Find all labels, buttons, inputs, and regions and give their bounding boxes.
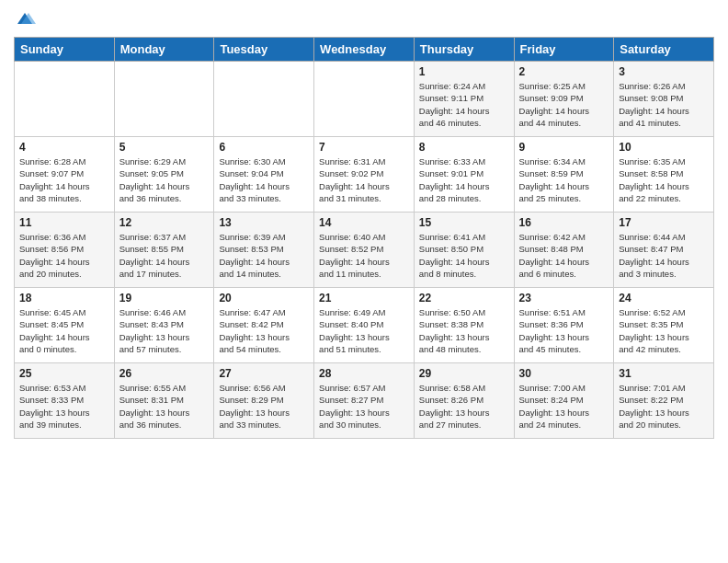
day-info: Sunrise: 6:40 AM Sunset: 8:52 PM Dayligh… [319, 231, 409, 280]
calendar-week-row: 25Sunrise: 6:53 AM Sunset: 8:33 PM Dayli… [15, 363, 714, 439]
day-number: 14 [319, 216, 409, 229]
day-number: 19 [119, 292, 210, 304]
day-info: Sunrise: 6:30 AM Sunset: 9:04 PM Dayligh… [219, 155, 309, 204]
day-number: 13 [219, 216, 309, 229]
day-info: Sunrise: 6:34 AM Sunset: 8:59 PM Dayligh… [519, 155, 609, 204]
calendar-week-row: 11Sunrise: 6:36 AM Sunset: 8:56 PM Dayli… [15, 213, 714, 288]
weekday-header-thursday: Thursday [414, 38, 514, 62]
calendar-cell: 5Sunrise: 6:29 AM Sunset: 9:05 PM Daylig… [114, 137, 214, 213]
calendar-cell [114, 62, 214, 137]
calendar-cell: 2Sunrise: 6:25 AM Sunset: 9:09 PM Daylig… [514, 62, 614, 137]
day-info: Sunrise: 6:31 AM Sunset: 9:02 PM Dayligh… [319, 155, 409, 204]
day-info: Sunrise: 6:55 AM Sunset: 8:31 PM Dayligh… [119, 382, 210, 431]
calendar-cell: 24Sunrise: 6:52 AM Sunset: 8:35 PM Dayli… [614, 288, 714, 363]
day-number: 12 [119, 216, 210, 229]
weekday-header-tuesday: Tuesday [214, 38, 314, 62]
day-number: 5 [119, 141, 210, 154]
day-info: Sunrise: 6:51 AM Sunset: 8:36 PM Dayligh… [519, 306, 609, 355]
day-info: Sunrise: 6:56 AM Sunset: 8:29 PM Dayligh… [219, 382, 309, 431]
calendar-cell: 16Sunrise: 6:42 AM Sunset: 8:48 PM Dayli… [514, 213, 614, 288]
day-info: Sunrise: 6:36 AM Sunset: 8:56 PM Dayligh… [19, 231, 109, 280]
day-number: 25 [19, 367, 109, 380]
day-number: 11 [19, 216, 109, 229]
day-info: Sunrise: 6:42 AM Sunset: 8:48 PM Dayligh… [519, 231, 609, 280]
calendar-cell: 3Sunrise: 6:26 AM Sunset: 9:08 PM Daylig… [614, 62, 714, 137]
calendar-cell: 18Sunrise: 6:45 AM Sunset: 8:45 PM Dayli… [15, 288, 115, 363]
day-info: Sunrise: 6:24 AM Sunset: 9:11 PM Dayligh… [419, 80, 509, 129]
day-info: Sunrise: 6:26 AM Sunset: 9:08 PM Dayligh… [619, 80, 709, 129]
day-info: Sunrise: 6:58 AM Sunset: 8:26 PM Dayligh… [419, 382, 509, 431]
calendar-cell: 14Sunrise: 6:40 AM Sunset: 8:52 PM Dayli… [314, 213, 415, 288]
day-number: 22 [419, 292, 509, 304]
calendar-cell: 25Sunrise: 6:53 AM Sunset: 8:33 PM Dayli… [15, 363, 115, 439]
day-info: Sunrise: 6:45 AM Sunset: 8:45 PM Dayligh… [19, 306, 109, 355]
day-info: Sunrise: 6:50 AM Sunset: 8:38 PM Dayligh… [419, 306, 509, 355]
day-info: Sunrise: 6:49 AM Sunset: 8:40 PM Dayligh… [319, 306, 409, 355]
day-number: 30 [519, 367, 609, 380]
logo-icon [14, 9, 36, 31]
day-number: 3 [619, 65, 709, 78]
calendar-header-row: SundayMondayTuesdayWednesdayThursdayFrid… [15, 38, 714, 62]
logo [14, 9, 40, 31]
day-number: 8 [419, 141, 509, 154]
calendar-cell [214, 62, 314, 137]
day-number: 20 [219, 292, 309, 304]
day-info: Sunrise: 6:39 AM Sunset: 8:53 PM Dayligh… [219, 231, 309, 280]
day-info: Sunrise: 6:47 AM Sunset: 8:42 PM Dayligh… [219, 306, 309, 355]
day-number: 1 [419, 65, 509, 78]
day-info: Sunrise: 7:01 AM Sunset: 8:22 PM Dayligh… [619, 382, 709, 431]
calendar-cell: 8Sunrise: 6:33 AM Sunset: 9:01 PM Daylig… [414, 137, 514, 213]
day-number: 10 [619, 141, 709, 154]
day-number: 17 [619, 216, 709, 229]
day-info: Sunrise: 6:28 AM Sunset: 9:07 PM Dayligh… [19, 155, 109, 204]
calendar-cell: 29Sunrise: 6:58 AM Sunset: 8:26 PM Dayli… [414, 363, 514, 439]
calendar-cell: 20Sunrise: 6:47 AM Sunset: 8:42 PM Dayli… [214, 288, 314, 363]
weekday-header-wednesday: Wednesday [314, 38, 415, 62]
calendar-cell: 21Sunrise: 6:49 AM Sunset: 8:40 PM Dayli… [314, 288, 415, 363]
day-info: Sunrise: 6:44 AM Sunset: 8:47 PM Dayligh… [619, 231, 709, 280]
calendar-cell: 23Sunrise: 6:51 AM Sunset: 8:36 PM Dayli… [514, 288, 614, 363]
calendar-cell: 27Sunrise: 6:56 AM Sunset: 8:29 PM Dayli… [214, 363, 314, 439]
day-number: 6 [219, 141, 309, 154]
day-number: 29 [419, 367, 509, 380]
calendar-cell: 6Sunrise: 6:30 AM Sunset: 9:04 PM Daylig… [214, 137, 314, 213]
header [14, 9, 714, 31]
day-number: 15 [419, 216, 509, 229]
day-number: 9 [519, 141, 609, 154]
calendar-cell: 11Sunrise: 6:36 AM Sunset: 8:56 PM Dayli… [15, 213, 115, 288]
calendar-cell: 17Sunrise: 6:44 AM Sunset: 8:47 PM Dayli… [614, 213, 714, 288]
day-info: Sunrise: 6:52 AM Sunset: 8:35 PM Dayligh… [619, 306, 709, 355]
weekday-header-saturday: Saturday [614, 38, 714, 62]
day-number: 31 [619, 367, 709, 380]
weekday-header-friday: Friday [514, 38, 614, 62]
day-info: Sunrise: 6:37 AM Sunset: 8:55 PM Dayligh… [119, 231, 210, 280]
calendar-week-row: 4Sunrise: 6:28 AM Sunset: 9:07 PM Daylig… [15, 137, 714, 213]
calendar-cell [314, 62, 415, 137]
day-number: 24 [619, 292, 709, 304]
weekday-header-monday: Monday [114, 38, 214, 62]
calendar-cell: 30Sunrise: 7:00 AM Sunset: 8:24 PM Dayli… [514, 363, 614, 439]
day-number: 2 [519, 65, 609, 78]
day-info: Sunrise: 6:35 AM Sunset: 8:58 PM Dayligh… [619, 155, 709, 204]
day-number: 18 [19, 292, 109, 304]
day-number: 21 [319, 292, 409, 304]
calendar-table: SundayMondayTuesdayWednesdayThursdayFrid… [14, 37, 714, 439]
day-number: 27 [219, 367, 309, 380]
calendar-cell: 31Sunrise: 7:01 AM Sunset: 8:22 PM Dayli… [614, 363, 714, 439]
calendar-cell: 9Sunrise: 6:34 AM Sunset: 8:59 PM Daylig… [514, 137, 614, 213]
calendar-cell: 22Sunrise: 6:50 AM Sunset: 8:38 PM Dayli… [414, 288, 514, 363]
day-info: Sunrise: 6:57 AM Sunset: 8:27 PM Dayligh… [319, 382, 409, 431]
weekday-header-sunday: Sunday [15, 38, 115, 62]
calendar-week-row: 1Sunrise: 6:24 AM Sunset: 9:11 PM Daylig… [15, 62, 714, 137]
calendar-cell: 28Sunrise: 6:57 AM Sunset: 8:27 PM Dayli… [314, 363, 415, 439]
day-number: 23 [519, 292, 609, 304]
day-number: 16 [519, 216, 609, 229]
day-info: Sunrise: 6:33 AM Sunset: 9:01 PM Dayligh… [419, 155, 509, 204]
calendar-cell: 26Sunrise: 6:55 AM Sunset: 8:31 PM Dayli… [114, 363, 214, 439]
day-number: 4 [19, 141, 109, 154]
calendar-cell: 19Sunrise: 6:46 AM Sunset: 8:43 PM Dayli… [114, 288, 214, 363]
calendar-cell: 13Sunrise: 6:39 AM Sunset: 8:53 PM Dayli… [214, 213, 314, 288]
calendar-cell [15, 62, 115, 137]
calendar-cell: 7Sunrise: 6:31 AM Sunset: 9:02 PM Daylig… [314, 137, 415, 213]
calendar-cell: 12Sunrise: 6:37 AM Sunset: 8:55 PM Dayli… [114, 213, 214, 288]
